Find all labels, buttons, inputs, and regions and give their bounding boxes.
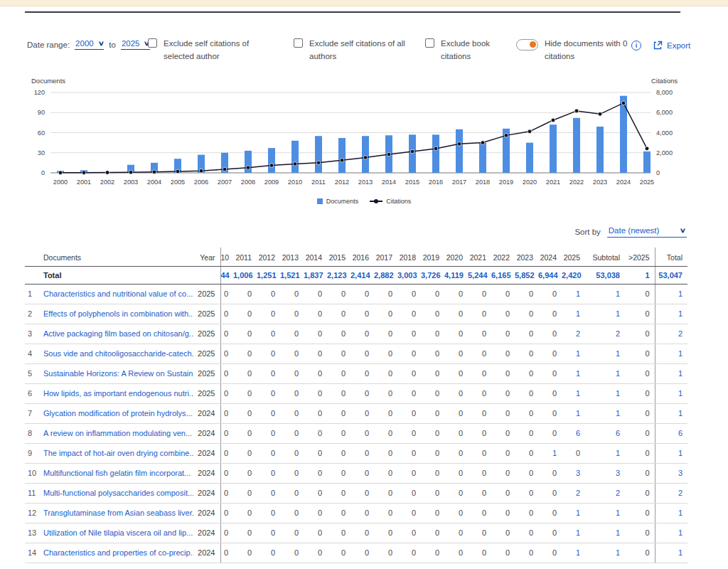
citation-count-cell: 0 (257, 324, 280, 344)
exclude-self-citations-all-checkbox[interactable]: Exclude self citations of all authors (294, 38, 409, 63)
total-citation-count: 2,420 (562, 266, 585, 284)
citation-count-cell: 0 (350, 543, 374, 563)
year-tick-label: 2011 (311, 179, 326, 186)
citation-count-cell: 0 (421, 463, 444, 483)
document-link[interactable]: The impact of hot-air oven drying combin… (43, 449, 193, 457)
citation-count-cell: 0 (350, 304, 374, 324)
sort-select[interactable]: Date (newest) ∨ (607, 226, 687, 238)
document-link[interactable]: Characteristics and properties of co-pre… (43, 548, 193, 557)
citation-count-cell: 0 (421, 483, 444, 503)
toggle-switch[interactable] (516, 39, 538, 50)
year-column-header[interactable]: 2017 (374, 248, 397, 266)
citation-count-cell: 2 (562, 483, 585, 503)
exclude-book-citations-checkbox[interactable]: Exclude book citations (425, 38, 508, 63)
citation-count-cell: 1 (585, 403, 625, 423)
total-row-label: Total (41, 266, 193, 284)
document-link[interactable]: Sustainable Horizons: A Review on Sustai… (43, 369, 193, 378)
citation-count-cell: 6 (562, 423, 585, 443)
export-button[interactable]: Export (653, 41, 690, 50)
citation-count-cell: 0 (220, 363, 233, 383)
document-link[interactable]: Glycation modification of protein hydrol… (43, 409, 193, 418)
citation-count-cell: 0 (374, 403, 397, 423)
citation-count-cell: 0 (491, 543, 515, 563)
year-column-header[interactable]: 2011 (233, 248, 257, 266)
total-citation-count: 1,521 (280, 266, 304, 284)
checkbox-icon[interactable] (425, 38, 434, 48)
document-title-cell: How lipids, as important endogenous nutr… (41, 383, 193, 403)
year-column-header[interactable]: 2022 (491, 248, 515, 266)
citation-count-cell: 0 (220, 503, 233, 523)
year-column-header[interactable]: 2019 (421, 248, 444, 266)
citation-count-cell: 2 (655, 324, 687, 344)
citation-count-cell: 1 (562, 344, 585, 363)
row-number: 14 (25, 543, 41, 563)
citation-count-cell: 0 (304, 284, 327, 304)
citation-count-cell: 0 (327, 463, 350, 483)
document-link[interactable]: Sous vide and chitooligosaccharide-catec… (43, 349, 193, 358)
year-column-header[interactable]: 2018 (397, 248, 421, 266)
documents-bar (456, 129, 463, 173)
info-icon[interactable]: i (631, 41, 641, 50)
citation-count-cell: 0 (280, 324, 304, 344)
citation-count-cell: 0 (538, 503, 562, 523)
chevron-down-icon: ∨ (97, 40, 104, 47)
row-number: 8 (25, 423, 41, 443)
subtotal-column-header: Subtotal (585, 248, 625, 266)
year-column-header[interactable]: 2025 (562, 248, 585, 266)
checkbox-icon[interactable] (294, 38, 303, 48)
document-year: 2025 (193, 284, 220, 304)
document-link[interactable]: A review on inflammation modulating ven.… (43, 429, 192, 437)
document-link[interactable]: Characteristics and nutritional value of… (43, 289, 193, 298)
citation-count-cell: 0 (491, 284, 515, 304)
document-title-cell: Transglutaminase from Asian seabass live… (41, 503, 193, 523)
documents-citations-chart[interactable]: 030609012002,0004,0006,0008,000200020012… (25, 87, 704, 196)
citation-count-cell: 0 (625, 383, 655, 403)
citation-count-cell: 1 (585, 363, 625, 383)
citation-count-cell: 0 (233, 503, 257, 523)
document-link[interactable]: Effects of polyphenols in combination wi… (43, 309, 193, 318)
documents-bar (338, 138, 346, 173)
gt2025-column-header: >2025 (625, 248, 655, 266)
checkbox-icon[interactable] (148, 38, 157, 48)
document-link[interactable]: Transglutaminase from Asian seabass live… (43, 509, 193, 517)
document-link[interactable]: Multi-functional polysaccharides composi… (43, 489, 193, 497)
date-from-select[interactable]: 2000 ∨ (75, 39, 104, 50)
year-column-header[interactable]: 2015 (327, 248, 350, 266)
citation-count-cell: 0 (327, 483, 350, 503)
citation-count-cell: 0 (538, 483, 562, 503)
legend-documents-label: Documents (326, 198, 359, 205)
year-column-header[interactable]: 2016 (350, 248, 374, 266)
year-column-header[interactable]: 2020 (444, 248, 468, 266)
citation-count-cell: 0 (625, 344, 655, 363)
year-column-header[interactable]: 2013 (280, 248, 304, 266)
citation-count-cell: 0 (350, 463, 374, 483)
year-column-header[interactable]: 2012 (257, 248, 280, 266)
documents-bar (268, 148, 275, 173)
document-link[interactable]: Multifunctional fish gelatin film incorp… (43, 469, 191, 477)
row-number: 2 (25, 304, 41, 324)
year-column-header[interactable]: 2021 (468, 248, 491, 266)
citation-count-cell: 0 (257, 503, 280, 523)
citation-count-cell: 0 (468, 483, 491, 503)
row-number: 3 (25, 324, 41, 344)
document-link[interactable]: Active packaging film based on chitosan/… (43, 329, 193, 338)
citation-count-cell: 0 (444, 344, 468, 363)
date-from-value: 2000 (75, 39, 94, 48)
citation-count-cell: 0 (257, 443, 280, 463)
document-link[interactable]: Utilization of Nile tilapia viscera oil … (43, 528, 193, 537)
exclude-self-citations-selected-checkbox[interactable]: Exclude self citations of selected autho… (148, 38, 274, 63)
citation-count-cell: 0 (220, 543, 233, 563)
citation-count-cell: 1 (655, 363, 687, 383)
citation-count-cell: 0 (421, 284, 444, 304)
year-column-header[interactable]: 2014 (304, 248, 327, 266)
citation-count-cell: 0 (397, 284, 421, 304)
citation-count-cell: 0 (421, 443, 444, 463)
document-link[interactable]: How lipids, as important endogenous nutr… (43, 389, 193, 398)
document-year: 2025 (193, 344, 220, 363)
date-to-select[interactable]: 2025 ∨ (121, 39, 150, 50)
citation-count-cell: 0 (538, 423, 562, 443)
clipped-year-column-header: 10 (220, 248, 233, 266)
year-column-header[interactable]: 2023 (515, 248, 538, 266)
citation-count-cell: 0 (491, 324, 515, 344)
year-column-header[interactable]: 2024 (538, 248, 562, 266)
